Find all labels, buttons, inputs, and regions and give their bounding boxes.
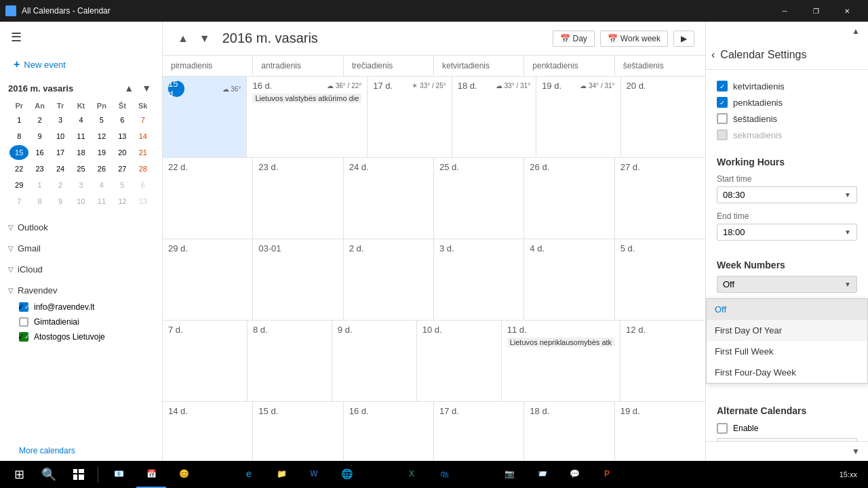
cal-cell-m12[interactable]: 12 d.: [620, 321, 705, 401]
close-button[interactable]: ✕: [831, 0, 863, 22]
mini-day-25[interactable]: 25: [71, 161, 90, 176]
cal-cell-m15[interactable]: 15 d.: [253, 402, 343, 461]
cal-cell-29[interactable]: 29 d.: [163, 239, 253, 320]
cal-cell-20[interactable]: 20 d.: [621, 77, 705, 157]
alternate-cal-enable[interactable]: Enable: [706, 420, 868, 436]
mini-day-7[interactable]: 7: [134, 113, 153, 127]
taskbar-app-maps[interactable]: 🗺: [364, 461, 394, 488]
mini-day-3[interactable]: 3: [51, 113, 70, 127]
settings-day-sestadien[interactable]: šeštadienis: [706, 110, 868, 127]
taskbar-app-outlook[interactable]: 📨: [527, 461, 557, 488]
mini-cal-next[interactable]: ▼: [139, 81, 154, 95]
cal-cell-0301[interactable]: 03-01: [253, 239, 343, 320]
mini-day-m11[interactable]: 11: [92, 194, 111, 209]
mini-day-5[interactable]: 5: [92, 113, 111, 127]
cal-event-m11-1[interactable]: Lietuvos nepriklausomybės atk: [507, 338, 614, 347]
hamburger-button[interactable]: ☰: [8, 27, 24, 47]
cal-cell-m14[interactable]: 14 d.: [163, 402, 253, 461]
taskbar-app-edge[interactable]: 🌐: [332, 461, 361, 488]
mini-day-m10[interactable]: 10: [71, 194, 90, 209]
task-view-button[interactable]: [65, 461, 92, 488]
mini-day-m1[interactable]: 1: [30, 178, 49, 192]
cal-item-info[interactable]: ✓ info@ravendev.lt: [0, 300, 162, 314]
mini-day-4[interactable]: 4: [71, 113, 90, 127]
week-numbers-select[interactable]: Off ▼: [717, 276, 857, 293]
mini-day-10[interactable]: 10: [51, 129, 70, 144]
taskbar-app-mail[interactable]: 📧: [104, 461, 134, 488]
cal-cell-23[interactable]: 23 d.: [253, 158, 343, 239]
mini-day-9[interactable]: 9: [30, 129, 49, 144]
mini-day-12[interactable]: 12: [92, 129, 111, 144]
settings-day-ketvirtadienis[interactable]: ✓ ketvirtadienis: [706, 78, 868, 94]
cal-item-gimtadieniai-checkbox[interactable]: [19, 317, 28, 327]
view-work-week-button[interactable]: 📅 Work week: [600, 30, 668, 47]
cal-group-gmail-header[interactable]: ▽ Gmail: [0, 239, 162, 258]
mini-day-24[interactable]: 24: [51, 161, 70, 176]
cal-cell-m4[interactable]: 4 d.: [524, 239, 614, 320]
cal-cell-17[interactable]: 17 d. ☀ 33° / 25°: [368, 77, 452, 157]
cal-cell-m2[interactable]: 2 d.: [344, 239, 434, 320]
cal-cell-m16[interactable]: 16 d.: [344, 402, 434, 461]
mini-day-23[interactable]: 23: [30, 161, 49, 176]
taskbar-app-music[interactable]: ♫: [462, 461, 492, 488]
day-checkbox-ketvirtadienis[interactable]: ✓: [717, 81, 728, 92]
day-checkbox-penktadienis[interactable]: ✓: [717, 97, 728, 108]
mini-cal-prev[interactable]: ▲: [121, 81, 136, 95]
cal-cell-15[interactable]: 15 d. ☁ 36°: [163, 77, 247, 157]
mini-day-22[interactable]: 22: [9, 161, 28, 176]
mini-day-13[interactable]: 13: [113, 129, 132, 144]
cal-cell-m11[interactable]: 11 d. Lietuvos nepriklausomybės atk: [502, 321, 620, 401]
restore-button[interactable]: ❐: [800, 0, 831, 22]
settings-day-penktadienis[interactable]: ✓ penktadienis: [706, 94, 868, 110]
cal-cell-m9[interactable]: 9 d.: [332, 321, 417, 401]
mini-day-m7[interactable]: 7: [9, 194, 28, 209]
mini-day-m5[interactable]: 5: [113, 178, 132, 192]
view-more-button[interactable]: ▶: [673, 30, 694, 47]
mini-day-11[interactable]: 11: [71, 129, 90, 144]
cal-cell-m19[interactable]: 19 d.: [615, 402, 705, 461]
taskbar-app-powerpoint[interactable]: P: [592, 461, 622, 488]
day-checkbox-sestadien[interactable]: [717, 113, 728, 124]
more-calendars-button[interactable]: More calendars: [0, 441, 162, 461]
dropdown-item-first-four-day-week[interactable]: First Four-Day Week: [707, 362, 867, 383]
cal-cell-24[interactable]: 24 d.: [344, 158, 434, 239]
mini-day-m13[interactable]: 13: [134, 194, 153, 209]
cal-event-16-1[interactable]: Lietuvos valstybės atkūrimo die: [252, 94, 361, 103]
cal-item-atostogos[interactable]: ✓ Atostogos Lietuvoje: [0, 329, 162, 344]
search-button[interactable]: 🔍: [35, 461, 62, 488]
mini-day-28[interactable]: 28: [134, 161, 153, 176]
taskbar-app-excel[interactable]: X: [397, 461, 427, 488]
mini-day-14[interactable]: 14: [134, 129, 153, 144]
mini-day-21[interactable]: 21: [134, 145, 153, 160]
cal-cell-26[interactable]: 26 d.: [524, 158, 614, 239]
mini-day-6[interactable]: 6: [113, 113, 132, 127]
mini-day-m8[interactable]: 8: [30, 194, 49, 209]
mini-day-15[interactable]: 15: [9, 145, 28, 160]
cal-cell-m18[interactable]: 18 d.: [524, 402, 614, 461]
taskbar-app-settings[interactable]: ⚙: [201, 461, 231, 488]
alternate-cal-checkbox[interactable]: [717, 423, 728, 434]
cal-prev-button[interactable]: ▲: [174, 30, 193, 47]
mini-day-1[interactable]: 1: [9, 113, 28, 127]
new-event-button[interactable]: + New event: [0, 53, 162, 76]
taskbar-app-photos[interactable]: 📷: [494, 461, 524, 488]
mini-day-17[interactable]: 17: [51, 145, 70, 160]
dropdown-item-first-full-week[interactable]: First Full Week: [707, 341, 867, 362]
mini-day-m2[interactable]: 2: [51, 178, 70, 192]
cal-cell-m3[interactable]: 3 d.: [434, 239, 524, 320]
cal-group-outlook-header[interactable]: ▽ Outlook: [0, 218, 162, 237]
dropdown-item-first-day-of-year[interactable]: First Day Of Year: [707, 320, 867, 341]
mini-day-26[interactable]: 26: [92, 161, 111, 176]
cal-group-icloud-header[interactable]: ▽ iCloud: [0, 260, 162, 279]
mini-day-2[interactable]: 2: [30, 113, 49, 127]
dropdown-item-off[interactable]: Off: [707, 299, 867, 320]
cal-group-ravendev-header[interactable]: ▽ Ravendev: [0, 281, 162, 300]
mini-day-m6[interactable]: 6: [134, 178, 153, 192]
mini-day-m3[interactable]: 3: [71, 178, 90, 192]
cal-cell-m8[interactable]: 8 d.: [248, 321, 332, 401]
taskbar-app-calendar[interactable]: 📅: [136, 461, 166, 488]
taskbar-app-lync[interactable]: 💬: [559, 461, 589, 488]
cal-item-atostogos-checkbox[interactable]: ✓: [19, 332, 28, 342]
cal-cell-m5[interactable]: 5 d.: [615, 239, 705, 320]
cal-next-button[interactable]: ▼: [195, 30, 214, 47]
